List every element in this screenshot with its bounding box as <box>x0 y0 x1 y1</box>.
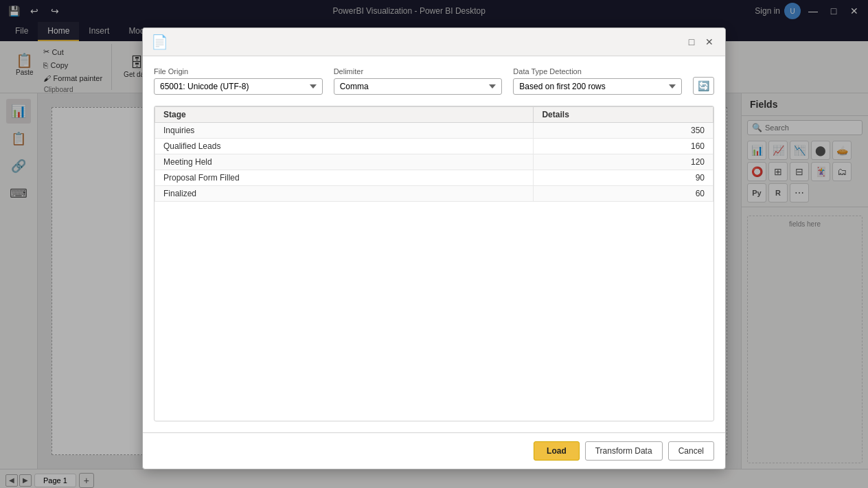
col-stage-header: Stage <box>155 107 534 123</box>
cell-stage: Finalized <box>155 186 534 202</box>
cell-details: 120 <box>534 154 713 170</box>
table-row: Qualified Leads160 <box>155 139 713 154</box>
csv-import-dialog: 📄 □ ✕ File Origin 65001: Unicode (UTF-8)… <box>142 27 726 469</box>
table-row: Finalized60 <box>155 186 713 202</box>
transform-data-button[interactable]: Transform Data <box>585 441 663 461</box>
dialog-body: File Origin 65001: Unicode (UTF-8)1252: … <box>143 56 725 432</box>
dialog-maximize-button[interactable]: □ <box>684 34 699 49</box>
data-type-group: Data Type Detection Based on first 200 r… <box>513 67 682 95</box>
delimiter-select[interactable]: CommaTabSemicolonSpace <box>334 78 503 95</box>
file-origin-group: File Origin 65001: Unicode (UTF-8)1252: … <box>154 67 323 95</box>
load-button[interactable]: Load <box>534 441 580 461</box>
cell-details: 350 <box>534 123 713 139</box>
dialog-close-button[interactable]: ✕ <box>702 34 717 49</box>
cell-stage: Proposal Form Filled <box>155 170 534 186</box>
table-row: Meeting Held120 <box>155 154 713 170</box>
data-type-select[interactable]: Based on first 200 rowsBased on entire d… <box>513 78 682 95</box>
dialog-header-controls: □ ✕ <box>684 34 717 49</box>
delimiter-label: Delimiter <box>334 67 503 75</box>
cancel-button[interactable]: Cancel <box>668 441 714 461</box>
dialog-footer: Load Transform Data Cancel <box>143 432 725 469</box>
preview-container: Stage Details Inquiries350Qualified Lead… <box>154 106 714 421</box>
cell-details: 90 <box>534 170 713 186</box>
col-details-header: Details <box>534 107 713 123</box>
cell-stage: Meeting Held <box>155 154 534 170</box>
dialog-overlay: 📄 □ ✕ File Origin 65001: Unicode (UTF-8)… <box>0 0 868 488</box>
cell-stage: Qualified Leads <box>155 139 534 154</box>
delimiter-group: Delimiter CommaTabSemicolonSpace <box>334 67 503 95</box>
dialog-selectors: File Origin 65001: Unicode (UTF-8)1252: … <box>154 67 714 95</box>
dialog-file-icon: 📄 <box>151 34 168 50</box>
file-origin-select[interactable]: 65001: Unicode (UTF-8)1252: Western Euro… <box>154 78 323 95</box>
file-origin-label: File Origin <box>154 67 323 75</box>
cell-details: 60 <box>534 186 713 202</box>
preview-table: Stage Details Inquiries350Qualified Lead… <box>155 106 713 202</box>
refresh-button[interactable]: 🔄 <box>693 77 714 95</box>
dialog-header: 📄 □ ✕ <box>143 28 725 56</box>
table-row: Inquiries350 <box>155 123 713 139</box>
table-row: Proposal Form Filled90 <box>155 170 713 186</box>
data-type-label: Data Type Detection <box>513 67 682 75</box>
cell-stage: Inquiries <box>155 123 534 139</box>
cell-details: 160 <box>534 139 713 154</box>
